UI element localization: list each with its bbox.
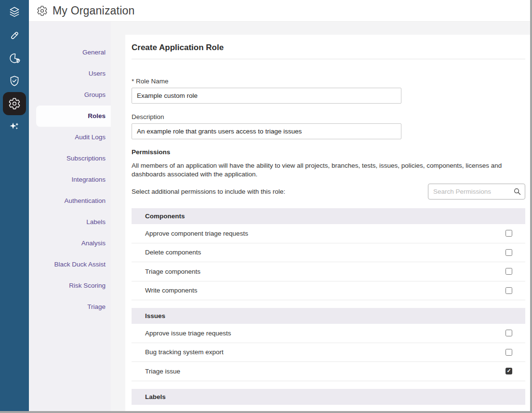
role-name-label: * Role Name [132, 78, 525, 85]
sidebar-item-groups[interactable]: Groups [29, 84, 111, 106]
permission-group-components: ComponentsApprove component triage reque… [132, 208, 525, 300]
settings-gear-icon [3, 92, 26, 115]
pie-chart-icon [3, 47, 26, 70]
panel-title: Create Application Role [132, 43, 525, 53]
sidebar-item-subscriptions[interactable]: Subscriptions [29, 148, 111, 169]
permission-label: Write components [145, 287, 198, 294]
description-label: Description [132, 113, 525, 120]
app-window: My Organization GeneralUsersGroupsRolesA… [0, 0, 532, 413]
settings-nav: GeneralUsersGroupsRolesAudit LogsSubscri… [29, 22, 111, 413]
page-header: My Organization [29, 0, 530, 22]
title-divider [132, 59, 525, 59]
permission-groups: ComponentsApprove component triage reque… [132, 208, 525, 405]
checkbox-triage-components[interactable] [505, 268, 512, 275]
sidebar-item-analysis[interactable]: Analysis [29, 233, 111, 254]
test-tube-icon [3, 24, 26, 47]
permission-row-triage-components: Triage components [132, 262, 525, 281]
sidebar-item-audit-logs[interactable]: Audit Logs [29, 127, 111, 148]
select-permissions-row: Select additional permissions to include… [132, 184, 525, 200]
sidebar-item-labels[interactable]: Labels [29, 212, 111, 233]
sidebar-item-users[interactable]: Users [29, 63, 111, 84]
permission-row-triage-issue: Triage issue [132, 362, 525, 381]
permission-group-header: Components [132, 208, 525, 224]
gear-icon [37, 5, 48, 16]
permission-row-write-components: Write components [132, 281, 525, 301]
main-area: Create Application Role * Role Name Desc… [111, 22, 530, 413]
select-permissions-label: Select additional permissions to include… [132, 188, 285, 195]
permission-label: Triage components [145, 268, 200, 275]
create-role-panel: Create Application Role * Role Name Desc… [125, 35, 530, 413]
rail-item-tests[interactable] [0, 24, 29, 47]
sidebar-item-integrations[interactable]: Integrations [29, 169, 111, 190]
permission-label: Triage issue [145, 368, 180, 375]
permission-row-approve-issue-triage-requests: Approve issue triage requests [132, 324, 525, 343]
permission-label: Approve issue triage requests [145, 330, 231, 337]
sidebar-item-triage[interactable]: Triage [29, 296, 111, 318]
description-input[interactable] [132, 123, 401, 139]
sidebar-item-general[interactable]: General [29, 42, 111, 63]
rail-item-assist[interactable] [0, 115, 29, 137]
rail-item-projects[interactable] [0, 0, 29, 24]
permissions-description: All members of an application will have … [132, 161, 525, 178]
sidebar-item-roles[interactable]: Roles [36, 106, 111, 127]
permissions-heading: Permissions [132, 148, 525, 156]
permission-group-header: Labels [132, 389, 525, 405]
sidebar-item-authentication[interactable]: Authentication [29, 190, 111, 212]
search-icon [513, 187, 521, 196]
checkbox-approve-component-triage-requests[interactable] [505, 230, 512, 237]
sidebar-item-black-duck-assist[interactable]: Black Duck Assist [29, 254, 111, 275]
rail-item-policies[interactable] [0, 69, 29, 92]
permission-group-header: Issues [132, 308, 525, 324]
permission-label: Approve component triage requests [145, 230, 248, 237]
checkbox-write-components[interactable] [505, 287, 512, 294]
page-title: My Organization [53, 4, 134, 17]
sidebar-item-risk-scoring[interactable]: Risk Scoring [29, 275, 111, 296]
search-permissions-input[interactable] [428, 184, 525, 200]
checkbox-approve-issue-triage-requests[interactable] [505, 330, 512, 336]
rail-item-reports[interactable] [0, 47, 29, 69]
layers-icon [3, 0, 26, 24]
shield-check-icon [3, 69, 26, 93]
permission-row-approve-component-triage-requests: Approve component triage requests [132, 224, 525, 243]
checkbox-bug-tracking-system-export[interactable] [505, 349, 512, 356]
sparkles-icon [3, 115, 26, 138]
role-name-input[interactable] [132, 88, 401, 104]
permission-label: Bug tracking system export [145, 348, 224, 356]
permission-group-labels: Labels [132, 389, 525, 405]
vertical-scrollbar[interactable] [530, 0, 532, 413]
permission-row-delete-components: Delete components [132, 243, 525, 263]
checked-checkbox-triage-issue[interactable] [505, 368, 512, 374]
rail-item-settings[interactable] [0, 92, 29, 115]
checkbox-delete-components[interactable] [505, 249, 512, 256]
search-permissions [428, 184, 525, 200]
permission-row-bug-tracking-system-export: Bug tracking system export [132, 343, 525, 362]
horizontal-scrollbar[interactable] [0, 411, 532, 413]
permission-group-issues: IssuesApprove issue triage requestsBug t… [132, 308, 525, 381]
permission-label: Delete components [145, 249, 201, 256]
app-rail [0, 0, 29, 413]
